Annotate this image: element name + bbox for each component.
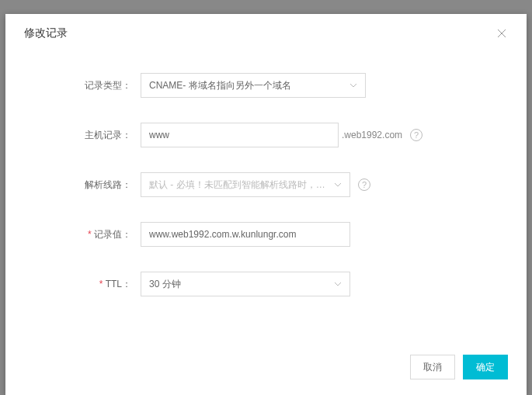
help-icon[interactable]: ?: [358, 178, 370, 191]
select-record-type[interactable]: CNAME- 将域名指向另外一个域名: [141, 73, 366, 98]
row-record-type: 记录类型： CNAME- 将域名指向另外一个域名: [24, 73, 508, 98]
label-host-record: 主机记录：: [24, 129, 141, 142]
select-ttl-value: 30 分钟: [149, 278, 328, 291]
input-host-record-wrap: [141, 123, 339, 147]
row-host-record: 主机记录： .web1992.com ?: [24, 123, 508, 147]
select-resolution-line-placeholder: 默认 - 必填！未匹配到智能解析线路时，返回【默认】线路...: [149, 178, 328, 192]
input-record-value[interactable]: [149, 229, 342, 240]
chevron-down-icon: [349, 81, 357, 89]
row-resolution-line: 解析线路： 默认 - 必填！未匹配到智能解析线路时，返回【默认】线路... ?: [24, 172, 508, 197]
help-icon[interactable]: ?: [410, 129, 422, 141]
modal-body: 记录类型： CNAME- 将域名指向另外一个域名 主机记录： .web1992.…: [5, 50, 527, 344]
row-ttl: TTL： 30 分钟: [24, 272, 508, 296]
cancel-button[interactable]: 取消: [410, 355, 455, 379]
input-host-record[interactable]: [149, 130, 330, 140]
select-record-type-value: CNAME- 将域名指向另外一个域名: [149, 79, 343, 92]
select-ttl[interactable]: 30 分钟: [141, 272, 350, 296]
select-resolution-line[interactable]: 默认 - 必填！未匹配到智能解析线路时，返回【默认】线路...: [141, 172, 350, 197]
chevron-down-icon: [334, 280, 342, 288]
input-record-value-wrap: [141, 222, 350, 247]
label-resolution-line: 解析线路：: [24, 178, 141, 192]
chevron-down-icon: [334, 181, 342, 189]
label-ttl: TTL：: [24, 278, 141, 291]
label-record-value: 记录值：: [24, 228, 141, 241]
edit-record-modal: 修改记录 记录类型： CNAME- 将域名指向另外一个域名 主机记录： .web…: [5, 14, 527, 395]
row-record-value: 记录值：: [24, 222, 508, 247]
modal-footer: 取消 确定: [5, 344, 527, 395]
host-record-suffix: .web1992.com: [342, 130, 402, 140]
label-record-type: 记录类型：: [24, 79, 141, 92]
close-icon[interactable]: [495, 27, 508, 40]
confirm-button[interactable]: 确定: [463, 355, 508, 379]
modal-header: 修改记录: [5, 14, 527, 50]
modal-title: 修改记录: [24, 26, 68, 40]
